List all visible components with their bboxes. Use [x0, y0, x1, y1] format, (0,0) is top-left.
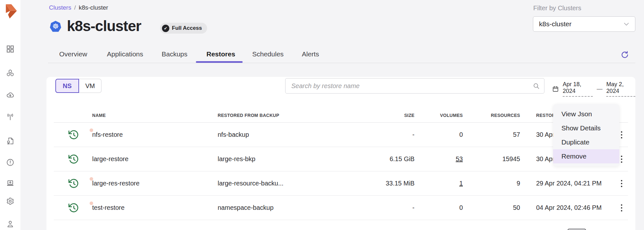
restore-history-icon: [68, 129, 92, 141]
col-header-name: NAME: [92, 113, 218, 118]
row-actions-cell: [612, 180, 628, 187]
calendar-icon[interactable]: [552, 85, 559, 93]
access-badge: ✔ Full Access: [160, 23, 207, 34]
row-icon-cell: [54, 153, 92, 165]
menu-item-show-details[interactable]: Show Details: [553, 121, 619, 135]
size-cell: -: [323, 131, 415, 138]
breadcrumb-clusters-link[interactable]: Clusters: [49, 4, 71, 11]
cluster-filter-label: Filter by Clusters: [533, 4, 581, 12]
kubernetes-icon: ☸: [50, 21, 61, 32]
resources-cell: 9: [463, 180, 520, 187]
app-logo-icon[interactable]: [3, 3, 18, 20]
breadcrumb: Clusters/k8s-cluster: [49, 4, 108, 11]
backup-name: nfs-backup: [218, 131, 323, 138]
tab-divider: [48, 63, 635, 63]
restore-point-cell: 29 Apr 2024, 04:21 PM: [520, 180, 612, 187]
date-from-field[interactable]: Apr 18, 2024: [563, 81, 593, 97]
tab-schedules[interactable]: Schedules: [252, 50, 284, 58]
restores-panel: NS VM Apr 18, 2024 — May 2, 2024 NAME RE…: [46, 77, 635, 230]
backup-name: large-res-bkp: [218, 155, 323, 163]
backup-name: large-resource-backu...: [218, 180, 323, 187]
menu-item-view-json[interactable]: View Json: [553, 107, 619, 121]
restore-name[interactable]: large-restore: [92, 155, 218, 163]
notification-dot: [90, 177, 93, 181]
toggle-ns-button[interactable]: NS: [55, 79, 79, 93]
volumes-link[interactable]: 53: [456, 155, 463, 162]
restores-table: NAME RESTORED FROM BACKUP SIZE VOLUMES R…: [54, 108, 628, 220]
volumes-link[interactable]: 1: [459, 180, 463, 187]
size-cell: -: [323, 204, 415, 211]
kebab-menu-icon[interactable]: [621, 131, 622, 138]
table-row[interactable]: large-restore large-res-bkp 6.15 GiB 53 …: [54, 147, 628, 171]
table-row[interactable]: test-restore namespace-backup - 0 50 04 …: [54, 196, 628, 220]
restore-history-icon: [68, 178, 92, 189]
row-icon-cell: [54, 178, 92, 189]
size-cell: 33.15 MiB: [323, 180, 415, 187]
col-header-size: SIZE: [323, 113, 415, 118]
backup-name: namespace-backup: [218, 204, 323, 211]
tab-overview[interactable]: Overview: [59, 50, 87, 58]
restore-history-icon: [68, 153, 92, 165]
table-row[interactable]: large-res-restore large-resource-backu..…: [54, 171, 628, 196]
settings-gear-icon[interactable]: [6, 197, 14, 205]
restore-name[interactable]: nfs-restore: [92, 131, 218, 138]
row-icon-cell: [54, 202, 92, 214]
check-icon: ✔: [162, 25, 169, 32]
restore-history-icon: [68, 202, 92, 214]
col-header-volumes: VOLUMES: [415, 113, 463, 118]
refresh-icon[interactable]: [620, 50, 629, 59]
date-to-field[interactable]: May 2, 2024: [606, 81, 635, 97]
restore-point-cell: 04 Apr 2024, 02:46 PM: [520, 204, 612, 211]
toggle-vm-button[interactable]: VM: [79, 79, 101, 93]
resources-cell: 50: [463, 204, 520, 211]
resources-cell: 15945: [463, 155, 520, 163]
user-profile-icon[interactable]: [6, 220, 14, 228]
restore-name[interactable]: test-restore: [92, 204, 218, 211]
kebab-menu-icon[interactable]: [621, 204, 622, 211]
tab-restores[interactable]: Restores: [206, 50, 235, 58]
pagination-button[interactable]: [568, 229, 586, 230]
kebab-menu-icon[interactable]: [621, 180, 622, 187]
cluster-filter-value: k8s-cluster: [539, 20, 623, 28]
row-context-menu: View Json Show Details Duplicate Remove: [553, 104, 619, 166]
date-range-dash: —: [597, 86, 602, 92]
certificate-file-icon[interactable]: [6, 137, 14, 145]
menu-item-duplicate[interactable]: Duplicate: [553, 135, 619, 149]
notification-dot: [90, 201, 93, 205]
size-cell: 6.15 GiB: [323, 155, 415, 163]
menu-item-remove[interactable]: Remove: [553, 149, 619, 163]
search-input[interactable]: [285, 78, 544, 94]
sidebar: [0, 0, 20, 230]
volumes-cell: 0: [415, 131, 463, 138]
row-icon-cell: [54, 129, 92, 141]
tab-applications[interactable]: Applications: [107, 50, 143, 58]
applications-cubes-icon[interactable]: [6, 69, 14, 77]
col-header-backup: RESTORED FROM BACKUP: [218, 113, 323, 118]
kebab-menu-icon[interactable]: [621, 156, 622, 163]
access-badge-label: Full Access: [172, 25, 202, 31]
resources-cell: 57: [463, 131, 520, 138]
breadcrumb-current: k8s-cluster: [79, 4, 108, 11]
notification-dot: [90, 128, 93, 132]
restore-name[interactable]: large-res-restore: [92, 180, 218, 187]
dashboard-icon[interactable]: [6, 45, 14, 53]
ns-vm-toggle: NS VM: [55, 79, 101, 93]
volumes-cell: 1: [415, 180, 463, 187]
volumes-cell: 53: [415, 155, 463, 163]
page-title: k8s-cluster: [67, 17, 141, 35]
broadcast-antenna-icon[interactable]: [6, 113, 14, 121]
tab-backups[interactable]: Backups: [162, 50, 188, 58]
alerts-icon[interactable]: [6, 158, 14, 167]
table-header-row: NAME RESTORED FROM BACKUP SIZE VOLUMES R…: [54, 108, 628, 123]
search-box: [285, 78, 544, 94]
breadcrumb-separator: /: [74, 4, 76, 11]
laptop-add-icon[interactable]: [6, 179, 14, 187]
cloud-upload-icon[interactable]: [6, 91, 14, 99]
row-actions-cell: [612, 204, 628, 211]
cluster-filter-select[interactable]: k8s-cluster: [533, 16, 635, 32]
volumes-cell: 0: [415, 204, 463, 211]
tab-alerts[interactable]: Alerts: [302, 50, 319, 58]
date-range: Apr 18, 2024 — May 2, 2024: [552, 81, 635, 97]
chevron-down-icon: [623, 21, 630, 28]
table-row[interactable]: nfs-restore nfs-backup - 0 57 30 Apr: [54, 123, 628, 147]
